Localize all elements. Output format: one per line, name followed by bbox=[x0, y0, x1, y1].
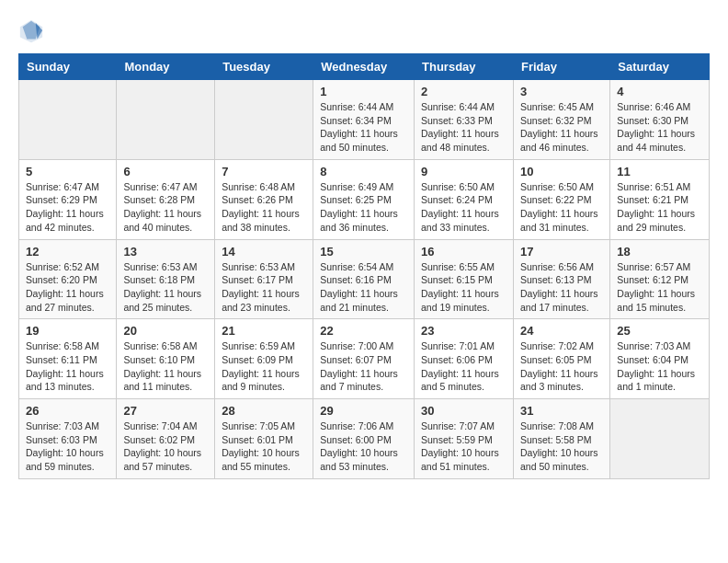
day-info: Sunrise: 6:45 AM Sunset: 6:32 PM Dayligh… bbox=[520, 100, 603, 155]
calendar-week-row: 1Sunrise: 6:44 AM Sunset: 6:34 PM Daylig… bbox=[19, 80, 710, 160]
day-number: 31 bbox=[520, 404, 603, 418]
day-info: Sunrise: 6:51 AM Sunset: 6:21 PM Dayligh… bbox=[617, 180, 702, 235]
calendar-cell: 1Sunrise: 6:44 AM Sunset: 6:34 PM Daylig… bbox=[313, 80, 415, 160]
page-header bbox=[18, 18, 710, 44]
day-info: Sunrise: 6:53 AM Sunset: 6:18 PM Dayligh… bbox=[123, 260, 208, 315]
calendar-week-row: 19Sunrise: 6:58 AM Sunset: 6:11 PM Dayli… bbox=[19, 319, 710, 399]
day-number: 21 bbox=[222, 324, 306, 338]
calendar-week-row: 5Sunrise: 6:47 AM Sunset: 6:29 PM Daylig… bbox=[19, 159, 710, 239]
day-info: Sunrise: 6:50 AM Sunset: 6:22 PM Dayligh… bbox=[520, 180, 603, 235]
day-info: Sunrise: 6:46 AM Sunset: 6:30 PM Dayligh… bbox=[617, 100, 702, 155]
day-info: Sunrise: 6:44 AM Sunset: 6:34 PM Dayligh… bbox=[320, 100, 407, 155]
day-number: 1 bbox=[320, 85, 407, 98]
day-info: Sunrise: 7:01 AM Sunset: 6:06 PM Dayligh… bbox=[421, 339, 506, 394]
day-info: Sunrise: 7:05 AM Sunset: 6:01 PM Dayligh… bbox=[222, 419, 306, 474]
day-info: Sunrise: 6:53 AM Sunset: 6:17 PM Dayligh… bbox=[222, 260, 306, 315]
calendar-table: SundayMondayTuesdayWednesdayThursdayFrid… bbox=[18, 53, 710, 479]
day-number: 19 bbox=[26, 324, 109, 338]
calendar-cell: 5Sunrise: 6:47 AM Sunset: 6:29 PM Daylig… bbox=[19, 159, 117, 239]
day-number: 30 bbox=[421, 404, 506, 418]
day-info: Sunrise: 7:07 AM Sunset: 5:59 PM Dayligh… bbox=[421, 419, 506, 474]
calendar-cell: 10Sunrise: 6:50 AM Sunset: 6:22 PM Dayli… bbox=[513, 159, 609, 239]
day-number: 18 bbox=[617, 245, 702, 259]
day-number: 12 bbox=[26, 245, 109, 259]
day-info: Sunrise: 7:00 AM Sunset: 6:07 PM Dayligh… bbox=[320, 339, 407, 394]
day-info: Sunrise: 7:03 AM Sunset: 6:03 PM Dayligh… bbox=[26, 419, 109, 474]
day-number: 11 bbox=[617, 165, 702, 178]
calendar-cell: 11Sunrise: 6:51 AM Sunset: 6:21 PM Dayli… bbox=[610, 159, 710, 239]
day-number: 4 bbox=[617, 85, 702, 98]
day-number: 29 bbox=[320, 404, 407, 418]
day-number: 22 bbox=[320, 324, 407, 338]
day-info: Sunrise: 6:49 AM Sunset: 6:25 PM Dayligh… bbox=[320, 180, 407, 235]
day-info: Sunrise: 6:54 AM Sunset: 6:16 PM Dayligh… bbox=[320, 260, 407, 315]
calendar-cell: 29Sunrise: 7:06 AM Sunset: 6:00 PM Dayli… bbox=[313, 399, 415, 479]
day-info: Sunrise: 7:02 AM Sunset: 6:05 PM Dayligh… bbox=[520, 339, 603, 394]
day-info: Sunrise: 7:04 AM Sunset: 6:02 PM Dayligh… bbox=[123, 419, 208, 474]
day-header: Thursday bbox=[415, 54, 514, 80]
day-number: 20 bbox=[123, 324, 208, 338]
calendar-cell: 18Sunrise: 6:57 AM Sunset: 6:12 PM Dayli… bbox=[610, 239, 710, 319]
day-number: 15 bbox=[320, 245, 407, 259]
calendar-cell: 20Sunrise: 6:58 AM Sunset: 6:10 PM Dayli… bbox=[117, 319, 215, 399]
day-number: 23 bbox=[421, 324, 506, 338]
calendar-cell: 27Sunrise: 7:04 AM Sunset: 6:02 PM Dayli… bbox=[117, 399, 215, 479]
day-info: Sunrise: 6:57 AM Sunset: 6:12 PM Dayligh… bbox=[617, 260, 702, 315]
day-header: Sunday bbox=[19, 54, 117, 80]
day-number: 27 bbox=[123, 404, 208, 418]
day-number: 2 bbox=[421, 85, 506, 98]
day-info: Sunrise: 7:06 AM Sunset: 6:00 PM Dayligh… bbox=[320, 419, 407, 474]
calendar-cell bbox=[19, 80, 117, 160]
calendar-cell: 3Sunrise: 6:45 AM Sunset: 6:32 PM Daylig… bbox=[513, 80, 609, 160]
day-number: 10 bbox=[520, 165, 603, 178]
calendar-cell bbox=[215, 80, 313, 160]
day-header: Friday bbox=[513, 54, 609, 80]
day-header: Wednesday bbox=[313, 54, 415, 80]
calendar-cell: 9Sunrise: 6:50 AM Sunset: 6:24 PM Daylig… bbox=[415, 159, 514, 239]
day-number: 24 bbox=[520, 324, 603, 338]
calendar-cell: 22Sunrise: 7:00 AM Sunset: 6:07 PM Dayli… bbox=[313, 319, 415, 399]
day-info: Sunrise: 6:48 AM Sunset: 6:26 PM Dayligh… bbox=[222, 180, 306, 235]
calendar-cell: 4Sunrise: 6:46 AM Sunset: 6:30 PM Daylig… bbox=[610, 80, 710, 160]
day-info: Sunrise: 6:44 AM Sunset: 6:33 PM Dayligh… bbox=[421, 100, 506, 155]
calendar-cell: 15Sunrise: 6:54 AM Sunset: 6:16 PM Dayli… bbox=[313, 239, 415, 319]
day-info: Sunrise: 6:55 AM Sunset: 6:15 PM Dayligh… bbox=[421, 260, 506, 315]
calendar-cell: 24Sunrise: 7:02 AM Sunset: 6:05 PM Dayli… bbox=[513, 319, 609, 399]
calendar-cell: 28Sunrise: 7:05 AM Sunset: 6:01 PM Dayli… bbox=[215, 399, 313, 479]
calendar-cell: 6Sunrise: 6:47 AM Sunset: 6:28 PM Daylig… bbox=[117, 159, 215, 239]
calendar-cell bbox=[117, 80, 215, 160]
calendar-cell: 31Sunrise: 7:08 AM Sunset: 5:58 PM Dayli… bbox=[513, 399, 609, 479]
day-info: Sunrise: 7:08 AM Sunset: 5:58 PM Dayligh… bbox=[520, 419, 603, 474]
day-number: 3 bbox=[520, 85, 603, 98]
day-info: Sunrise: 6:47 AM Sunset: 6:29 PM Dayligh… bbox=[26, 180, 109, 235]
logo-icon bbox=[18, 18, 44, 44]
day-info: Sunrise: 6:56 AM Sunset: 6:13 PM Dayligh… bbox=[520, 260, 603, 315]
day-info: Sunrise: 6:52 AM Sunset: 6:20 PM Dayligh… bbox=[26, 260, 109, 315]
day-number: 7 bbox=[222, 165, 306, 178]
calendar-cell: 16Sunrise: 6:55 AM Sunset: 6:15 PM Dayli… bbox=[415, 239, 514, 319]
calendar-cell: 23Sunrise: 7:01 AM Sunset: 6:06 PM Dayli… bbox=[415, 319, 514, 399]
calendar-cell: 17Sunrise: 6:56 AM Sunset: 6:13 PM Dayli… bbox=[513, 239, 609, 319]
day-number: 8 bbox=[320, 165, 407, 178]
day-number: 9 bbox=[421, 165, 506, 178]
day-header: Tuesday bbox=[215, 54, 313, 80]
header-row: SundayMondayTuesdayWednesdayThursdayFrid… bbox=[19, 54, 710, 80]
day-info: Sunrise: 6:58 AM Sunset: 6:10 PM Dayligh… bbox=[123, 339, 208, 394]
calendar-cell: 19Sunrise: 6:58 AM Sunset: 6:11 PM Dayli… bbox=[19, 319, 117, 399]
calendar-cell: 14Sunrise: 6:53 AM Sunset: 6:17 PM Dayli… bbox=[215, 239, 313, 319]
logo bbox=[18, 18, 48, 44]
day-number: 5 bbox=[26, 165, 109, 178]
calendar-cell: 13Sunrise: 6:53 AM Sunset: 6:18 PM Dayli… bbox=[117, 239, 215, 319]
day-number: 25 bbox=[617, 324, 702, 338]
calendar-cell: 30Sunrise: 7:07 AM Sunset: 5:59 PM Dayli… bbox=[415, 399, 514, 479]
calendar-week-row: 12Sunrise: 6:52 AM Sunset: 6:20 PM Dayli… bbox=[19, 239, 710, 319]
day-header: Monday bbox=[117, 54, 215, 80]
day-info: Sunrise: 6:50 AM Sunset: 6:24 PM Dayligh… bbox=[421, 180, 506, 235]
calendar-cell: 7Sunrise: 6:48 AM Sunset: 6:26 PM Daylig… bbox=[215, 159, 313, 239]
calendar-cell: 2Sunrise: 6:44 AM Sunset: 6:33 PM Daylig… bbox=[415, 80, 514, 160]
calendar-cell bbox=[610, 399, 710, 479]
calendar-cell: 21Sunrise: 6:59 AM Sunset: 6:09 PM Dayli… bbox=[215, 319, 313, 399]
day-header: Saturday bbox=[610, 54, 710, 80]
day-info: Sunrise: 6:58 AM Sunset: 6:11 PM Dayligh… bbox=[26, 339, 109, 394]
day-info: Sunrise: 6:47 AM Sunset: 6:28 PM Dayligh… bbox=[123, 180, 208, 235]
